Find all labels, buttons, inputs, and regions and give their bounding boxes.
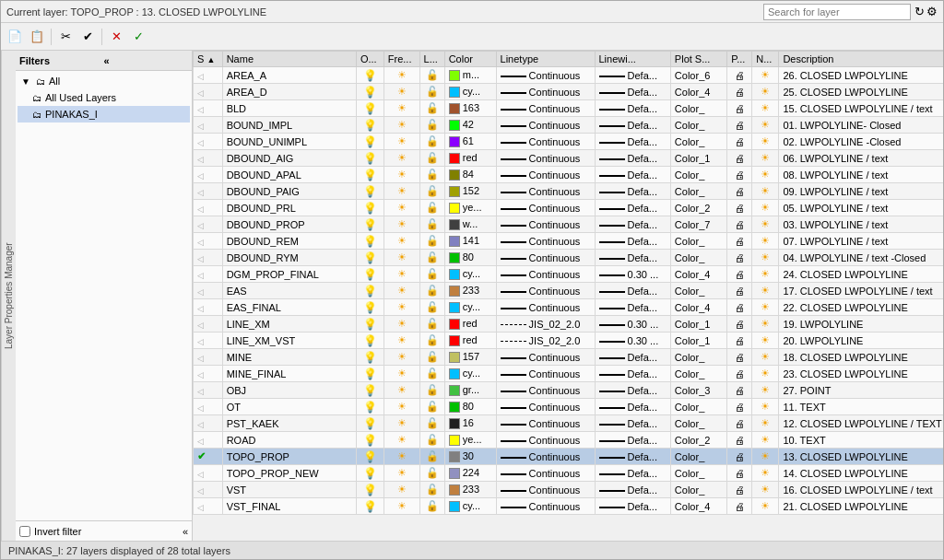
table-row[interactable]: ◁BOUND_UNIMPL💡☀🔓 61 Continuous Defa...Co… (194, 134, 944, 150)
cell-on-off[interactable]: 💡 (356, 84, 384, 100)
cell-lineweight[interactable]: Defa... (595, 84, 670, 100)
cell-lineweight[interactable]: Defa... (595, 482, 670, 498)
cell-on-off[interactable]: 💡 (356, 415, 384, 432)
cell-lock[interactable]: 🔓 (419, 415, 444, 432)
cell-plot[interactable]: 🖨 (727, 465, 752, 482)
cell-plot-style[interactable]: Color_ (670, 349, 726, 366)
cell-plot[interactable]: 🖨 (727, 366, 752, 382)
sidebar-item-all-used[interactable]: 🗂 All Used Layers (18, 89, 190, 106)
cell-linetype[interactable]: Continuous (496, 465, 595, 482)
cell-linetype[interactable]: Continuous (496, 216, 595, 233)
cell-plot-style[interactable]: Color_ (670, 482, 726, 498)
cell-on-off[interactable]: 💡 (356, 449, 384, 465)
cell-lock[interactable]: 🔓 (419, 117, 444, 134)
cell-lock[interactable]: 🔓 (419, 299, 444, 316)
set-current-button[interactable]: ✔ (77, 27, 98, 47)
table-row[interactable]: ◁AREA_D💡☀🔓 cy... Continuous Defa...Color… (194, 84, 944, 100)
cell-on-off[interactable]: 💡 (356, 200, 384, 216)
cell-new-vp[interactable]: ☀ (752, 67, 779, 84)
cell-lineweight[interactable]: Defa... (595, 134, 670, 150)
cell-plot[interactable]: 🖨 (727, 449, 752, 465)
cell-lineweight[interactable]: Defa... (595, 498, 670, 515)
table-row[interactable]: ◁EAS_FINAL💡☀🔓 cy... Continuous Defa...Co… (194, 299, 944, 316)
cell-linetype[interactable]: Continuous (496, 482, 595, 498)
cell-linetype[interactable]: Continuous (496, 150, 595, 167)
cell-lineweight[interactable]: Defa... (595, 200, 670, 216)
cell-on-off[interactable]: 💡 (356, 100, 384, 117)
cell-plot[interactable]: 🖨 (727, 415, 752, 432)
cell-on-off[interactable]: 💡 (356, 167, 384, 183)
cell-freeze[interactable]: ☀ (384, 299, 419, 316)
cell-on-off[interactable]: 💡 (356, 233, 384, 250)
table-row[interactable]: ◁DBOUND_PAIG💡☀🔓 152 Continuous Defa...Co… (194, 183, 944, 200)
cell-plot-style[interactable]: Color_ (670, 134, 726, 150)
cell-freeze[interactable]: ☀ (384, 482, 419, 498)
cell-lineweight[interactable]: Defa... (595, 167, 670, 183)
sidebar-item-pinakas[interactable]: 🗂 PINAKAS_I (18, 106, 190, 122)
cell-color[interactable]: m... (444, 67, 496, 84)
cell-color[interactable]: cy... (444, 366, 496, 382)
cell-new-vp[interactable]: ☀ (752, 134, 779, 150)
cell-new-vp[interactable]: ☀ (752, 250, 779, 266)
cell-on-off[interactable]: 💡 (356, 183, 384, 200)
cell-lineweight[interactable]: Defa... (595, 100, 670, 117)
cell-lineweight[interactable]: 0.30 ... (595, 316, 670, 332)
table-row[interactable]: ◁DBOUND_APAL💡☀🔓 84 Continuous Defa...Col… (194, 167, 944, 183)
cell-on-off[interactable]: 💡 (356, 366, 384, 382)
table-row[interactable]: ◁MINE_FINAL💡☀🔓 cy... Continuous Defa...C… (194, 366, 944, 382)
cell-plot-style[interactable]: Color_ (670, 183, 726, 200)
cell-color[interactable]: 80 (444, 399, 496, 415)
cell-new-vp[interactable]: ☀ (752, 498, 779, 515)
cell-freeze[interactable]: ☀ (384, 382, 419, 399)
cell-freeze[interactable]: ☀ (384, 283, 419, 299)
cell-freeze[interactable]: ☀ (384, 449, 419, 465)
cell-linetype[interactable]: Continuous (496, 382, 595, 399)
cell-linetype[interactable]: Continuous (496, 200, 595, 216)
cell-linetype[interactable]: Continuous (496, 167, 595, 183)
cell-color[interactable]: 157 (444, 349, 496, 366)
cell-plot[interactable]: 🖨 (727, 283, 752, 299)
cell-plot[interactable]: 🖨 (727, 299, 752, 316)
cell-plot-style[interactable]: Color_ (670, 415, 726, 432)
col-header-name[interactable]: Name (222, 52, 356, 67)
table-row[interactable]: ◁LINE_XM💡☀🔓 red JIS_02_2.0 0.30 ...Color… (194, 316, 944, 332)
cell-plot-style[interactable]: Color_2 (670, 200, 726, 216)
table-row[interactable]: ◁TOPO_PROP_NEW💡☀🔓 224 Continuous Defa...… (194, 465, 944, 482)
cell-freeze[interactable]: ☀ (384, 432, 419, 449)
cell-lock[interactable]: 🔓 (419, 266, 444, 283)
cell-plot-style[interactable]: Color_ (670, 117, 726, 134)
cell-on-off[interactable]: 💡 (356, 134, 384, 150)
cell-plot[interactable]: 🖨 (727, 167, 752, 183)
cell-lock[interactable]: 🔓 (419, 250, 444, 266)
cell-on-off[interactable]: 💡 (356, 216, 384, 233)
cell-freeze[interactable]: ☀ (384, 134, 419, 150)
cell-lineweight[interactable]: Defa... (595, 432, 670, 449)
cell-lineweight[interactable]: 0.30 ... (595, 332, 670, 349)
cell-new-vp[interactable]: ☀ (752, 482, 779, 498)
cell-freeze[interactable]: ☀ (384, 200, 419, 216)
cell-freeze[interactable]: ☀ (384, 117, 419, 134)
refresh-button[interactable]: ✕ (106, 27, 126, 47)
cell-plot[interactable]: 🖨 (727, 382, 752, 399)
cell-freeze[interactable]: ☀ (384, 84, 419, 100)
cell-new-vp[interactable]: ☀ (752, 382, 779, 399)
cell-lock[interactable]: 🔓 (419, 233, 444, 250)
cell-freeze[interactable]: ☀ (384, 465, 419, 482)
cell-linetype[interactable]: Continuous (496, 498, 595, 515)
cell-on-off[interactable]: 💡 (356, 150, 384, 167)
cell-freeze[interactable]: ☀ (384, 399, 419, 415)
cell-freeze[interactable]: ☀ (384, 349, 419, 366)
cell-lock[interactable]: 🔓 (419, 200, 444, 216)
cell-linetype[interactable]: Continuous (496, 283, 595, 299)
cell-lineweight[interactable]: Defa... (595, 465, 670, 482)
cell-linetype[interactable]: Continuous (496, 299, 595, 316)
cell-new-vp[interactable]: ☀ (752, 366, 779, 382)
table-row[interactable]: ◁VST💡☀🔓 233 Continuous Defa...Color_🖨☀16… (194, 482, 944, 498)
cell-color[interactable]: 233 (444, 482, 496, 498)
cell-freeze[interactable]: ☀ (384, 316, 419, 332)
cell-on-off[interactable]: 💡 (356, 250, 384, 266)
cell-color[interactable]: 61 (444, 134, 496, 150)
cell-color[interactable]: 224 (444, 465, 496, 482)
cell-on-off[interactable]: 💡 (356, 432, 384, 449)
cell-freeze[interactable]: ☀ (384, 498, 419, 515)
